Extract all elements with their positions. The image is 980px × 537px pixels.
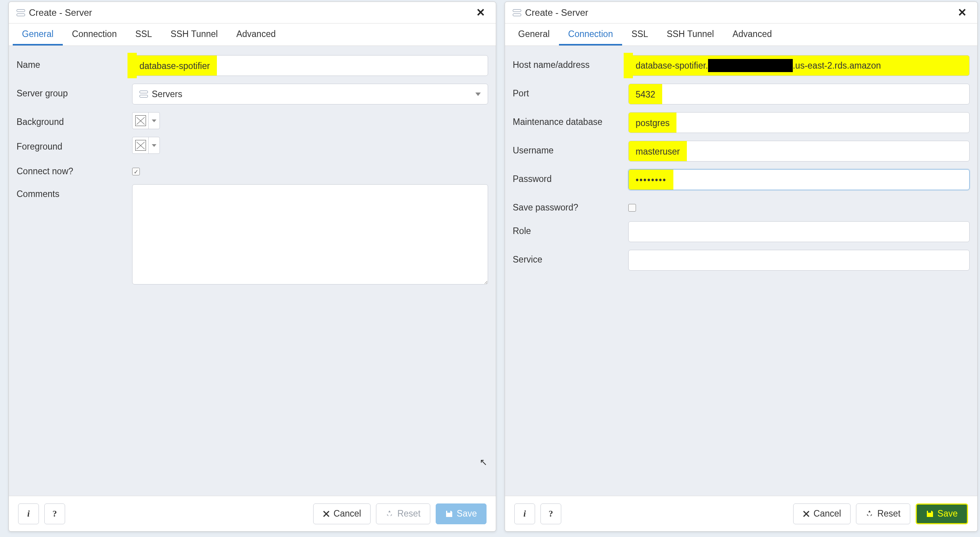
dialog-title-wrap: Create - Server xyxy=(513,7,588,18)
row-host: Host name/address database-spotifier. .u… xyxy=(513,51,970,80)
host-suffix: .us-east-2.rds.amazon xyxy=(793,61,881,71)
cancel-button[interactable]: Cancel xyxy=(793,503,851,524)
row-name: Name database-spotifier xyxy=(17,51,488,80)
host-input[interactable]: database-spotifier. .us-east-2.rds.amazo… xyxy=(628,55,970,76)
save-icon xyxy=(926,510,934,518)
name-value: database-spotifier xyxy=(139,61,210,71)
titlebar: Create - Server ✕ xyxy=(9,2,496,24)
cancel-label: Cancel xyxy=(814,508,841,519)
host-prefix: database-spotifier. xyxy=(629,61,708,71)
tab-general[interactable]: General xyxy=(509,24,559,45)
create-server-dialog-general: Create - Server ✕ General Connection SSL… xyxy=(8,2,496,532)
no-color-swatch-icon xyxy=(133,137,149,153)
row-username: Username masteruser xyxy=(513,137,970,165)
chevron-down-icon xyxy=(475,93,481,96)
titlebar: Create - Server ✕ xyxy=(505,2,977,24)
password-input[interactable]: •••••••• xyxy=(628,169,970,190)
server-icon xyxy=(17,9,25,16)
no-color-swatch-icon xyxy=(133,113,149,129)
row-port: Port 5432 xyxy=(513,80,970,108)
close-icon xyxy=(803,510,810,517)
service-input[interactable] xyxy=(628,250,970,271)
help-button[interactable]: ? xyxy=(540,503,561,524)
close-icon xyxy=(323,510,330,517)
reset-button[interactable]: Reset xyxy=(376,503,430,524)
tab-connection[interactable]: Connection xyxy=(559,24,622,45)
foreground-color-picker[interactable] xyxy=(132,137,160,154)
cancel-label: Cancel xyxy=(334,508,361,519)
reset-button[interactable]: Reset xyxy=(856,503,910,524)
comments-textarea[interactable] xyxy=(132,184,488,284)
tab-ssl[interactable]: SSL xyxy=(622,24,657,45)
close-icon[interactable]: ✕ xyxy=(473,5,488,20)
tab-general[interactable]: General xyxy=(13,24,63,45)
name-input[interactable]: database-spotifier xyxy=(132,55,488,76)
info-button[interactable]: i xyxy=(18,503,39,524)
row-background: Background xyxy=(17,108,488,133)
reset-label: Reset xyxy=(877,508,900,519)
port-input[interactable]: 5432 xyxy=(628,84,970,104)
save-label: Save xyxy=(938,508,958,519)
cancel-button[interactable]: Cancel xyxy=(313,503,371,524)
row-role: Role xyxy=(513,217,970,246)
server-group-value: Servers xyxy=(152,89,182,99)
row-connect-now: Connect now? xyxy=(17,158,488,180)
connect-now-checkbox[interactable] xyxy=(132,168,140,175)
label-username: Username xyxy=(513,141,628,156)
dialog-title-wrap: Create - Server xyxy=(17,7,92,18)
create-server-dialog-connection: Create - Server ✕ General Connection SSL… xyxy=(505,2,978,532)
close-icon[interactable]: ✕ xyxy=(955,5,970,20)
label-password: Password xyxy=(513,169,628,184)
reset-label: Reset xyxy=(397,508,420,519)
form-body-connection: Host name/address database-spotifier. .u… xyxy=(505,46,977,496)
label-host: Host name/address xyxy=(513,55,628,70)
row-comments: Comments xyxy=(17,180,488,290)
password-value: •••••••• xyxy=(636,175,666,185)
label-comments: Comments xyxy=(17,184,132,199)
tabs: General Connection SSL SSH Tunnel Advanc… xyxy=(9,24,496,46)
label-background: Background xyxy=(17,112,132,127)
save-button[interactable]: Save xyxy=(436,503,487,524)
label-port: Port xyxy=(513,84,628,99)
dialog-title: Create - Server xyxy=(525,7,588,18)
tab-advanced[interactable]: Advanced xyxy=(723,24,781,45)
server-group-select[interactable]: Servers xyxy=(132,84,488,104)
recycle-icon xyxy=(866,510,873,518)
chevron-down-icon xyxy=(149,137,159,153)
label-save-password: Save password? xyxy=(513,198,628,213)
tab-connection[interactable]: Connection xyxy=(63,24,126,45)
footer: i ? Cancel Reset Save xyxy=(505,496,977,531)
username-input[interactable]: masteruser xyxy=(628,141,970,162)
recycle-icon xyxy=(386,510,393,518)
save-button[interactable]: Save xyxy=(916,503,968,524)
save-password-checkbox[interactable] xyxy=(628,204,636,212)
redacted-mask xyxy=(708,59,793,72)
background-color-picker[interactable] xyxy=(132,112,160,129)
maintenance-db-value: postgres xyxy=(636,118,670,128)
tab-ssh-tunnel[interactable]: SSH Tunnel xyxy=(658,24,723,45)
save-label: Save xyxy=(457,508,477,519)
help-button[interactable]: ? xyxy=(44,503,65,524)
dialog-title: Create - Server xyxy=(29,7,92,18)
row-save-password: Save password? xyxy=(513,194,970,217)
row-password: Password •••••••• xyxy=(513,165,970,194)
role-input[interactable] xyxy=(628,221,970,242)
info-button[interactable]: i xyxy=(514,503,535,524)
save-icon xyxy=(445,510,453,518)
label-connect-now: Connect now? xyxy=(17,162,132,177)
chevron-down-icon xyxy=(149,113,159,129)
maintenance-db-input[interactable]: postgres xyxy=(628,112,970,133)
form-body-general: Name database-spotifier Server group Ser… xyxy=(9,46,496,496)
tab-ssh-tunnel[interactable]: SSH Tunnel xyxy=(161,24,227,45)
label-foreground: Foreground xyxy=(17,137,132,152)
label-server-group: Server group xyxy=(17,84,132,99)
tab-ssl[interactable]: SSL xyxy=(126,24,161,45)
port-value: 5432 xyxy=(636,89,655,99)
row-maintenance-db: Maintenance database postgres xyxy=(513,108,970,137)
server-icon xyxy=(139,91,148,98)
footer: i ? Cancel Reset Save xyxy=(9,496,496,531)
label-name: Name xyxy=(17,55,132,70)
label-service: Service xyxy=(513,250,628,265)
username-value: masteruser xyxy=(636,146,680,157)
tab-advanced[interactable]: Advanced xyxy=(227,24,285,45)
